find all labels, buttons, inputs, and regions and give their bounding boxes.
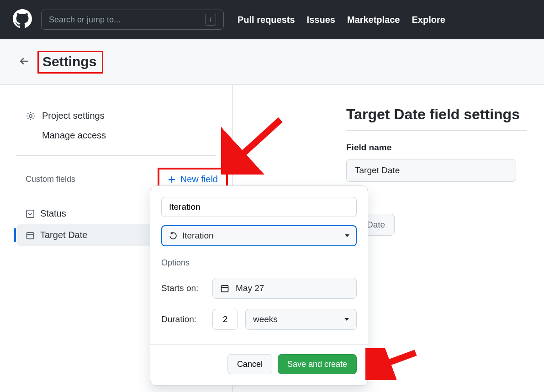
svg-rect-4 bbox=[222, 286, 228, 292]
new-field-type-select[interactable]: Iteration bbox=[161, 225, 357, 246]
sidebar-label-project-settings: Project settings bbox=[42, 111, 105, 121]
single-select-icon bbox=[26, 209, 35, 218]
field-item-status-label: Status bbox=[40, 208, 66, 219]
sidebar-item-manage-access[interactable]: Manage access bbox=[0, 126, 232, 145]
field-item-target-date-label: Target Date bbox=[40, 230, 87, 240]
panel-title: Target Date field settings bbox=[346, 106, 527, 131]
new-field-label: New field bbox=[180, 174, 218, 185]
annotation-highlight-settings: Settings bbox=[37, 51, 103, 74]
page-title: Settings bbox=[42, 54, 96, 69]
sidebar-item-project-settings[interactable]: Project settings bbox=[0, 106, 232, 126]
svg-rect-2 bbox=[27, 232, 34, 238]
nav-pull-requests[interactable]: Pull requests bbox=[238, 15, 295, 25]
calendar-icon bbox=[26, 231, 35, 240]
duration-unit-value: weeks bbox=[253, 314, 278, 324]
nav-issues[interactable]: Issues bbox=[307, 15, 335, 25]
popover-actions: Cancel Save and create bbox=[161, 345, 357, 374]
starts-on-picker[interactable]: May 27 bbox=[212, 278, 357, 299]
global-search-input[interactable]: Search or jump to... / bbox=[41, 10, 224, 30]
save-and-create-button[interactable]: Save and create bbox=[278, 354, 357, 374]
duration-unit-select[interactable]: weeks bbox=[245, 309, 357, 330]
search-placeholder: Search or jump to... bbox=[49, 15, 121, 25]
field-type-label: type bbox=[346, 197, 544, 207]
new-field-name-input[interactable] bbox=[161, 197, 357, 217]
svg-point-0 bbox=[29, 114, 32, 117]
iteration-icon bbox=[169, 231, 178, 240]
custom-fields-label: Custom fields bbox=[26, 175, 75, 184]
sidebar-label-manage-access: Manage access bbox=[42, 130, 106, 141]
nav-explore[interactable]: Explore bbox=[412, 15, 445, 25]
svg-rect-1 bbox=[26, 210, 34, 217]
starts-on-value: May 27 bbox=[236, 283, 264, 293]
top-nav: Search or jump to... / Pull requests Iss… bbox=[0, 0, 544, 39]
chevron-down-icon bbox=[345, 234, 349, 237]
starts-on-row: Starts on: May 27 bbox=[161, 278, 357, 299]
duration-row: Duration: weeks bbox=[161, 309, 357, 330]
page-subheader: Settings bbox=[0, 39, 544, 85]
nav-links: Pull requests Issues Marketplace Explore bbox=[238, 15, 445, 25]
gear-icon bbox=[26, 111, 36, 121]
field-type-value: Date bbox=[367, 220, 385, 230]
field-name-label: Field name bbox=[346, 143, 544, 153]
starts-on-label: Starts on: bbox=[161, 283, 205, 293]
nav-marketplace[interactable]: Marketplace bbox=[347, 15, 400, 25]
cancel-button[interactable]: Cancel bbox=[227, 354, 272, 374]
slash-shortcut-icon: / bbox=[205, 14, 216, 26]
calendar-icon bbox=[220, 284, 229, 293]
github-logo-icon[interactable] bbox=[13, 9, 32, 30]
back-arrow-icon[interactable] bbox=[19, 55, 31, 69]
duration-value-input[interactable] bbox=[212, 309, 238, 330]
chevron-down-icon bbox=[344, 318, 349, 321]
options-section-label: Options bbox=[161, 258, 357, 268]
new-field-popover: Iteration Options Starts on: May 27 Dura… bbox=[150, 185, 368, 386]
field-name-input[interactable] bbox=[346, 159, 516, 182]
duration-label: Duration: bbox=[161, 314, 205, 324]
new-field-type-value: Iteration bbox=[182, 231, 214, 241]
plus-icon bbox=[168, 175, 176, 184]
